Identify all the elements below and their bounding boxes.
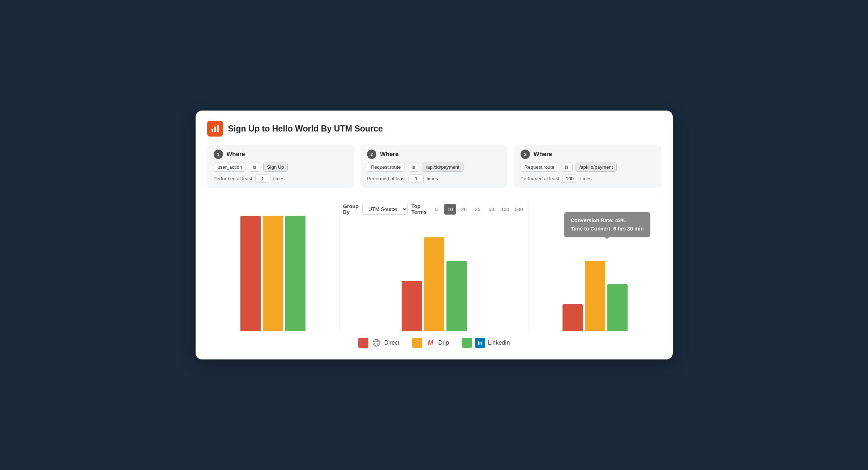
topterm-50[interactable]: 50 (485, 204, 497, 215)
filter-prefix-1: Performed at least (214, 176, 252, 181)
legend-linkedin: in LinkedIn (462, 338, 510, 348)
filter-times-1: Performed at least times (214, 174, 348, 183)
topterm-10[interactable]: 10 (444, 204, 456, 215)
legend-text-drip: Drip (438, 340, 449, 346)
svg-point-4 (375, 340, 378, 346)
svg-rect-1 (214, 127, 215, 132)
chart-3: Conversion Rate: 42% Time to Convert: 6 … (529, 201, 661, 331)
bar-yellow-1 (263, 216, 283, 331)
legend-row: Direct M Drip in LinkedIn (207, 338, 661, 349)
filter-header-1: 1 Where (214, 150, 348, 159)
filter-box-3: 3 Where Request.route is /api/:id/paymen… (514, 145, 661, 188)
legend-direct: Direct (358, 338, 399, 348)
filter-box-2: 2 Where Request.route is /api/:id/paymen… (360, 145, 508, 188)
legend-text-direct: Direct (384, 340, 399, 346)
filter-suffix-3: times (580, 176, 591, 181)
drip-icon: M (425, 338, 435, 348)
filter-box-1: 1 Where user_action is Sign Up Performed… (207, 145, 354, 188)
filter-val-1[interactable]: Sign Up (263, 163, 288, 172)
header-icon-wrapper (207, 121, 223, 137)
bar-red-1 (240, 216, 261, 331)
filter-label-3: Where (534, 151, 552, 158)
filter-header-3: 3 Where (521, 150, 655, 159)
bar-green-1 (285, 216, 305, 331)
tooltip-line2: Time to Convert: 6 hrs 30 min (570, 225, 643, 233)
filter-field-3[interactable]: Request.route (521, 163, 558, 172)
filter-chips-1: user_action is Sign Up (214, 163, 348, 172)
filter-op-2[interactable]: is (408, 163, 419, 172)
chart-2: Group By UTM Source Top Terms 5 10 20 25… (339, 201, 529, 331)
filter-label-2: Where (380, 151, 398, 158)
bar-red-2 (402, 281, 422, 331)
filter-suffix-1: times (273, 176, 285, 181)
charts-section: Group By UTM Source Top Terms 5 10 20 25… (207, 196, 661, 331)
filter-num-2: 2 (367, 150, 376, 159)
topterm-5[interactable]: 5 (430, 204, 442, 215)
filter-num-1: 1 (214, 150, 223, 159)
main-card: Sign Up to Hello World By UTM Source 1 W… (196, 111, 673, 359)
groupby-label: Group By (343, 203, 359, 215)
filter-times-3: Performed at least times (521, 174, 655, 183)
filter-label-1: Where (227, 151, 245, 158)
topterm-100[interactable]: 100 (499, 204, 511, 215)
topterms-label: Top Terms (411, 203, 427, 215)
bar-green-2 (446, 261, 467, 331)
globe-icon (371, 338, 381, 348)
filters-row: 1 Where user_action is Sign Up Performed… (207, 145, 661, 188)
bar-group-2 (402, 237, 467, 331)
svg-point-3 (373, 340, 380, 346)
filter-suffix-2: times (427, 176, 438, 181)
chart-1 (207, 201, 339, 331)
topterm-25[interactable]: 25 (471, 204, 484, 215)
filter-op-3[interactable]: is (561, 163, 572, 172)
filter-chips-2: Request.route is /api/:id/payment (367, 163, 501, 172)
card-header: Sign Up to Hello World By UTM Source (207, 121, 661, 137)
svg-rect-2 (217, 125, 218, 132)
filter-chips-3: Request.route is /api/:id/payment (521, 163, 655, 172)
legend-swatch-direct (358, 338, 368, 348)
bar-red-3 (563, 304, 583, 331)
tooltip-box: Conversion Rate: 42% Time to Convert: 6 … (564, 212, 650, 237)
legend-swatch-linkedin (462, 338, 472, 348)
bar-group-3 (563, 261, 628, 331)
topterm-500[interactable]: 500 (513, 204, 525, 215)
filter-prefix-3: Performed at least (521, 176, 559, 181)
filter-op-1[interactable]: is (249, 163, 260, 172)
filter-num-3: 3 (521, 150, 530, 159)
bar-green-3 (607, 284, 628, 331)
filter-times-input-3[interactable] (562, 174, 577, 183)
bar-chart-icon (210, 124, 220, 133)
filter-times-input-1[interactable] (255, 174, 270, 183)
bar-yellow-2 (424, 237, 444, 331)
filter-times-2: Performed at least times (367, 174, 501, 183)
topterm-20[interactable]: 20 (458, 204, 470, 215)
bar-yellow-3 (585, 261, 605, 331)
legend-text-linkedin: LinkedIn (488, 340, 510, 346)
filter-prefix-2: Performed at least (367, 176, 406, 181)
page-title: Sign Up to Hello World By UTM Source (228, 124, 383, 134)
filter-times-input-2[interactable] (409, 174, 424, 183)
topterms-list: 5 10 20 25 50 100 500 (430, 204, 525, 215)
filter-val-2[interactable]: /api/:id/payment (422, 163, 463, 172)
filter-val-3[interactable]: /api/:id/payment (576, 163, 617, 172)
groupby-select[interactable]: UTM Source (362, 204, 408, 215)
chart-toolbar: Group By UTM Source Top Terms 5 10 20 25… (339, 201, 529, 215)
filter-header-2: 2 Where (367, 150, 501, 159)
tooltip-line1: Conversion Rate: 42% (570, 216, 643, 225)
svg-rect-0 (211, 129, 213, 132)
legend-drip: M Drip (412, 338, 449, 348)
bar-group-1 (240, 216, 305, 331)
filter-field-1[interactable]: user_action (214, 163, 246, 172)
legend-swatch-drip (412, 338, 422, 348)
linkedin-icon: in (475, 338, 485, 348)
filter-field-2[interactable]: Request.route (367, 163, 405, 172)
